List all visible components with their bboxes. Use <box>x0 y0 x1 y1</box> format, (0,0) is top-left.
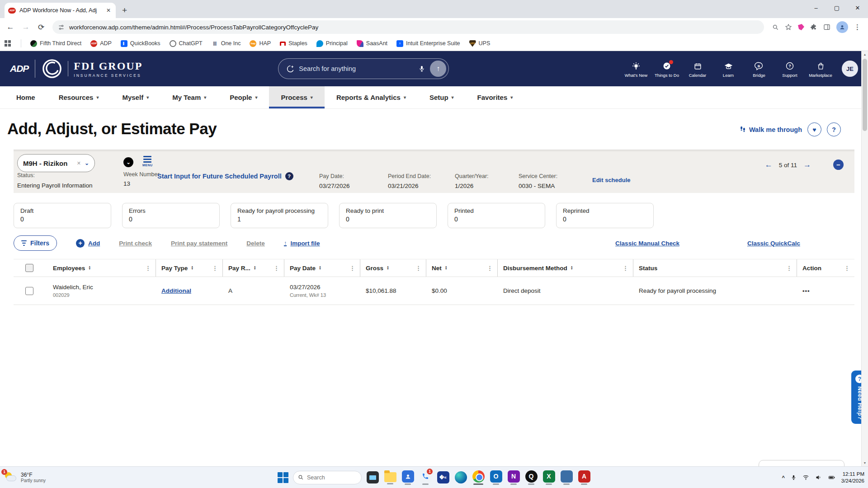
bookmark-adp[interactable]: ADPADP <box>90 40 112 47</box>
side-panel-icon[interactable] <box>823 23 830 31</box>
print-pay-statement-button[interactable]: Print pay statement <box>171 240 227 247</box>
battery-icon[interactable] <box>828 474 835 481</box>
browser-menu-icon[interactable]: ⋮ <box>854 23 861 31</box>
clear-selection-icon[interactable]: ✕ <box>77 160 81 166</box>
pay-type-link[interactable]: Additional <box>161 287 191 294</box>
maximize-button[interactable]: ▢ <box>826 5 847 11</box>
nav-myself[interactable]: Myself▾ <box>110 86 160 108</box>
select-all-checkbox[interactable] <box>25 264 33 272</box>
pay-cycle-select[interactable]: M9H - Rizikon ✕ ⌄ <box>17 154 95 172</box>
bookmark-fifth-third[interactable]: Fifth Third Direct <box>30 40 81 47</box>
menu-button[interactable]: MENU <box>142 156 153 167</box>
search-submit-icon[interactable]: ↑ <box>430 61 446 77</box>
taskbar-app-q[interactable]: Q <box>524 469 538 487</box>
classic-quickcalc-link[interactable]: Classic QuickCalc <box>747 240 800 247</box>
mic-icon[interactable] <box>418 65 425 72</box>
bookmark-intuit[interactable]: IIntuit Enterprise Suite <box>396 40 460 47</box>
address-bar[interactable] <box>52 20 764 34</box>
forward-icon[interactable]: → <box>19 20 33 34</box>
sort-icon[interactable]: ▲▼ <box>88 266 91 270</box>
table-row[interactable]: Waidelich, Eric002029 Additional A 03/27… <box>14 277 854 305</box>
taskbar-app-onenote[interactable]: N <box>507 469 520 487</box>
pinned-extension-icon[interactable] <box>798 24 804 30</box>
taskbar-app-teams[interactable] <box>401 469 415 487</box>
taskbar-app-monitor[interactable] <box>366 469 379 487</box>
taskbar-app-calculator[interactable] <box>560 469 573 487</box>
row-actions-icon[interactable]: ••• <box>802 287 810 294</box>
column-status[interactable]: Status⋮ <box>633 259 797 277</box>
column-menu-icon[interactable]: ⋮ <box>274 265 279 272</box>
bridge-button[interactable]: B Bridge <box>745 60 773 78</box>
global-search-input[interactable] <box>299 65 414 72</box>
filters-button[interactable]: Filters <box>14 235 57 251</box>
sort-icon[interactable]: ▲▼ <box>254 266 256 270</box>
scrollbar-thumb[interactable] <box>863 59 867 131</box>
apps-grid-icon[interactable] <box>5 40 11 47</box>
edit-schedule-link[interactable]: Edit schedule <box>592 177 631 183</box>
wifi-icon[interactable] <box>802 474 809 481</box>
hidden-icons-chevron[interactable]: ^ <box>782 475 784 480</box>
bookmark-chatgpt[interactable]: ChatGPT <box>170 40 203 47</box>
delete-button[interactable]: Delete <box>246 240 265 247</box>
browser-tab[interactable]: ADP ADP Workforce Now - Add, Adj ✕ <box>5 3 116 18</box>
row-checkbox[interactable] <box>25 287 33 295</box>
nav-favorites[interactable]: Favorites▾ <box>466 86 525 108</box>
sort-icon[interactable]: ▲▼ <box>319 266 321 270</box>
nav-setup[interactable]: Setup▾ <box>418 86 466 108</box>
taskbar-app-acrobat[interactable]: A <box>577 469 591 487</box>
nav-people[interactable]: People▾ <box>218 86 269 108</box>
column-menu-icon[interactable]: ⋮ <box>349 265 355 272</box>
column-pay-date[interactable]: Pay Date▲▼⋮ <box>284 259 360 277</box>
things-to-do-button[interactable]: Things to Do <box>653 60 681 78</box>
back-icon[interactable]: ← <box>4 20 17 34</box>
bookmark-hap[interactable]: hapHAP <box>250 40 271 47</box>
scroll-up-icon[interactable]: ▲ <box>862 51 868 58</box>
global-search[interactable]: ↑ <box>278 58 449 79</box>
bookmark-principal[interactable]: Principal <box>316 40 348 47</box>
scroll-down-icon[interactable]: ▼ <box>862 460 868 466</box>
user-avatar[interactable]: JE <box>842 61 858 77</box>
card-reprinted[interactable]: Reprinted0 <box>556 203 654 228</box>
column-menu-icon[interactable]: ⋮ <box>623 265 628 272</box>
column-pay-type[interactable]: Pay Type▲▼⋮ <box>156 259 223 277</box>
whats-new-button[interactable]: What's New <box>622 60 650 78</box>
calendar-button[interactable]: Calendar <box>684 60 712 78</box>
volume-icon[interactable] <box>815 474 822 481</box>
marketplace-button[interactable]: Marketplace <box>807 60 835 78</box>
bookmark-quickbooks[interactable]: ▌QuickBooks <box>121 40 160 47</box>
print-check-button[interactable]: Print check <box>119 240 152 247</box>
column-action[interactable]: Action⋮ <box>797 259 854 277</box>
new-tab-button[interactable]: + <box>122 5 127 18</box>
column-gross[interactable]: Gross▲▼⋮ <box>360 259 426 277</box>
reload-icon[interactable]: ⟳ <box>34 20 48 34</box>
nav-my-team[interactable]: My Team▾ <box>160 86 218 108</box>
tray-mic-icon[interactable] <box>791 474 797 480</box>
minimize-button[interactable]: – <box>806 5 826 11</box>
clock[interactable]: 12:11 PM 3/24/2026 <box>841 471 864 484</box>
card-draft[interactable]: Draft0 <box>14 203 111 228</box>
nav-home[interactable]: Home <box>5 86 47 108</box>
page-scrollbar[interactable]: ▲ ▼ <box>861 51 868 466</box>
card-printed[interactable]: Printed0 <box>448 203 545 228</box>
column-menu-icon[interactable]: ⋮ <box>415 265 421 272</box>
taskbar-app-outlook[interactable]: O <box>489 469 503 487</box>
favorite-heart-button[interactable]: ♥ <box>807 122 821 136</box>
start-future-payroll-link[interactable]: Start Input for Future Scheduled Payroll… <box>157 172 293 180</box>
card-ready-to-print[interactable]: Ready to print0 <box>339 203 437 228</box>
extensions-puzzle-icon[interactable] <box>810 23 817 31</box>
nav-reports-analytics[interactable]: Reports & Analytics▾ <box>325 86 418 108</box>
column-disbursement-method[interactable]: Disbursement Method▲▼⋮ <box>498 259 633 277</box>
help-icon[interactable]: ? <box>285 172 293 180</box>
column-menu-icon[interactable]: ⋮ <box>487 265 493 272</box>
nav-resources[interactable]: Resources▾ <box>47 86 111 108</box>
card-errors[interactable]: Errors0 <box>122 203 220 228</box>
sort-icon[interactable]: ▲▼ <box>571 266 573 270</box>
sort-icon[interactable]: ▲▼ <box>387 266 389 270</box>
taskbar-search[interactable] <box>293 471 362 484</box>
import-file-button[interactable]: ↑Import file <box>284 240 320 247</box>
tune-icon[interactable] <box>58 24 65 31</box>
taskbar-search-input[interactable] <box>307 474 352 481</box>
close-button[interactable]: ✕ <box>847 5 868 11</box>
classic-manual-check-link[interactable]: Classic Manual Check <box>615 240 679 247</box>
column-menu-icon[interactable]: ⋮ <box>786 265 792 272</box>
